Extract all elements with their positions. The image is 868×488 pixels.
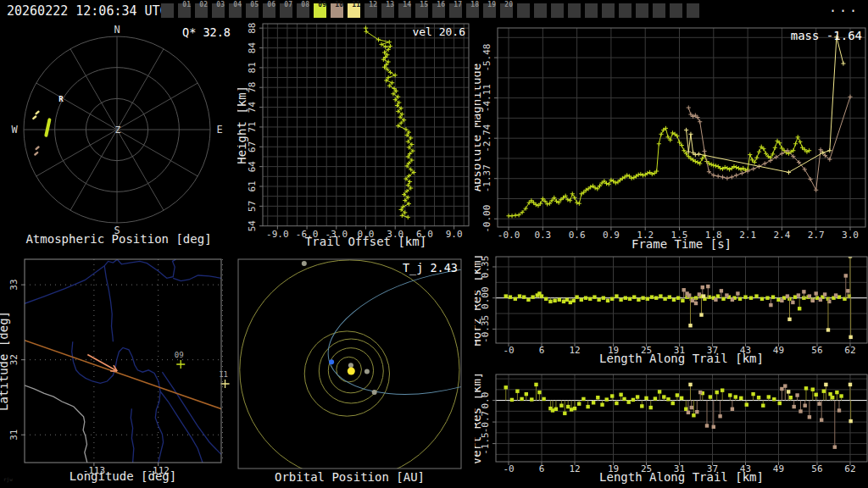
svg-text:Absolute Magnitude: Absolute Magnitude — [475, 64, 483, 192]
svg-text:84: 84 — [247, 42, 258, 54]
atmospheric-position-plot: NSWEZRQ* 32.8Atmospheric Position [deg] — [0, 21, 237, 250]
station-box-13[interactable]: 13 — [381, 3, 394, 18]
station-box-blank[interactable] — [517, 3, 530, 18]
station-box-04[interactable]: 04 — [229, 3, 242, 18]
station-box-10[interactable]: 10 — [331, 3, 343, 18]
station-box-blank[interactable] — [687, 3, 699, 18]
station-box-17[interactable]: 17 — [449, 3, 462, 18]
svg-text:T_j 2.43: T_j 2.43 — [403, 261, 458, 275]
app-window: 20260222 12:06:34 UTC 010203040506070809… — [0, 0, 868, 488]
station-box-blank[interactable] — [534, 3, 547, 18]
station-strip: 0102030405060708091011121314151617181920 — [161, 3, 699, 18]
svg-text:12: 12 — [569, 463, 580, 474]
svg-text:2.7: 2.7 — [808, 230, 825, 241]
station-box-15[interactable]: 15 — [415, 3, 428, 18]
svg-text:Vert Res [km]: Vert Res [km] — [475, 372, 483, 465]
svg-text:-9.0: -9.0 — [266, 229, 289, 240]
svg-text:mass -1.64: mass -1.64 — [791, 29, 862, 42]
station-box-05[interactable]: 05 — [246, 3, 259, 18]
station-box-label: 02 — [199, 1, 208, 8]
svg-text:-0: -0 — [503, 463, 514, 474]
station-box-label: 13 — [386, 1, 394, 8]
station-box-blank[interactable] — [568, 3, 581, 18]
svg-text:R: R — [58, 95, 64, 103]
panel-trail-offset: -9.0-6.0-3.00.03.06.09.05457616467717478… — [237, 21, 475, 250]
svg-text:88: 88 — [247, 23, 258, 34]
svg-text:31: 31 — [8, 430, 19, 441]
svg-text:56: 56 — [811, 345, 822, 356]
svg-text:6: 6 — [539, 463, 545, 474]
svg-text:2.1: 2.1 — [739, 230, 756, 241]
svg-text:56: 56 — [811, 463, 822, 474]
station-box-blank[interactable] — [619, 3, 632, 18]
lightcurve-plot: -0.00.30.60.91.21.51.82.12.42.73.0-0.00-… — [475, 21, 868, 250]
station-box-label: 12 — [369, 1, 377, 8]
station-box-label: 15 — [420, 1, 428, 8]
svg-text:57: 57 — [247, 201, 258, 212]
station-box-label: 11 — [352, 1, 360, 8]
svg-text:Trail Offset [km]: Trail Offset [km] — [305, 235, 426, 248]
station-box-02[interactable]: 02 — [195, 3, 208, 18]
svg-text:W: W — [11, 124, 18, 136]
svg-text:61: 61 — [247, 180, 258, 191]
station-box-12[interactable]: 12 — [364, 3, 377, 18]
trail-offset-plot: -9.0-6.0-3.00.03.06.09.05457616467717478… — [237, 21, 475, 250]
station-box-18[interactable]: 18 — [466, 3, 479, 18]
station-box-label: 03 — [216, 1, 225, 8]
station-box-09[interactable]: 09 — [314, 3, 326, 18]
svg-text:Length Along Trail [km]: Length Along Trail [km] — [599, 470, 764, 484]
svg-text:09: 09 — [175, 351, 184, 359]
svg-text:Height [km]: Height [km] — [237, 86, 248, 164]
station-box-label: 19 — [487, 1, 496, 8]
svg-text:81: 81 — [247, 62, 258, 73]
station-box-03[interactable]: 03 — [212, 3, 225, 18]
station-box-blank[interactable] — [670, 3, 682, 18]
svg-text:12: 12 — [569, 345, 580, 356]
svg-text:33: 33 — [8, 279, 19, 290]
station-box-blank[interactable] — [161, 3, 174, 18]
svg-text:11: 11 — [219, 370, 228, 379]
overflow-menu[interactable]: ... — [829, 0, 860, 15]
station-box-label: 17 — [453, 1, 462, 8]
station-box-blank[interactable] — [551, 3, 564, 18]
station-box-label: 18 — [470, 1, 479, 8]
station-box-08[interactable]: 08 — [297, 3, 309, 18]
station-box-11[interactable]: 11 — [348, 3, 360, 18]
svg-text:0.6: 0.6 — [569, 230, 586, 241]
svg-text:0.3: 0.3 — [534, 230, 551, 241]
orbital-position-plot: T_j 2.43Orbital Position [AU] — [237, 250, 475, 488]
panel-horizontal-residuals: -061219253137434956620.350.00-0.35Length… — [475, 250, 868, 369]
top-bar: 20260222 12:06:34 UTC 010203040506070809… — [0, 0, 868, 21]
station-box-16[interactable]: 16 — [432, 3, 445, 18]
station-box-blank[interactable] — [585, 3, 598, 18]
station-box-blank[interactable] — [602, 3, 615, 18]
svg-text:Length Along Trail [km]: Length Along Trail [km] — [599, 352, 764, 365]
svg-text:Frame Time [s]: Frame Time [s] — [632, 237, 732, 250]
svg-text:-0.0: -0.0 — [498, 230, 520, 241]
svg-text:N: N — [114, 24, 120, 36]
station-box-06[interactable]: 06 — [263, 3, 275, 18]
svg-text:6: 6 — [539, 345, 545, 356]
svg-text:62: 62 — [844, 463, 855, 474]
svg-text:3.0: 3.0 — [842, 230, 859, 241]
station-box-20[interactable]: 20 — [500, 3, 513, 18]
svg-text:2.4: 2.4 — [773, 230, 790, 241]
svg-text:54: 54 — [247, 220, 258, 232]
station-box-blank[interactable] — [653, 3, 665, 18]
vertical-residuals-plot: -061219253137434956620.0-0.7-1.5Length A… — [475, 369, 868, 488]
station-box-label: 09 — [318, 1, 326, 8]
station-box-14[interactable]: 14 — [398, 3, 411, 18]
svg-text:rjw: rjw — [3, 476, 13, 483]
station-box-blank[interactable] — [636, 3, 648, 18]
panel-vertical-residuals: -061219253137434956620.0-0.7-1.5Length A… — [475, 369, 868, 488]
svg-text:Orbital Position [AU]: Orbital Position [AU] — [275, 470, 425, 484]
svg-text:9.0: 9.0 — [446, 229, 463, 240]
station-box-19[interactable]: 19 — [483, 3, 496, 18]
svg-text:E: E — [216, 124, 222, 136]
station-box-label: 07 — [284, 1, 292, 8]
svg-text:vel 20.6: vel 20.6 — [412, 25, 465, 38]
station-box-07[interactable]: 07 — [280, 3, 292, 18]
utc-timestamp: 20260222 12:06:34 UTC — [7, 3, 168, 19]
station-box-01[interactable]: 01 — [178, 3, 191, 18]
svg-text:Q* 32.8: Q* 32.8 — [182, 25, 231, 39]
